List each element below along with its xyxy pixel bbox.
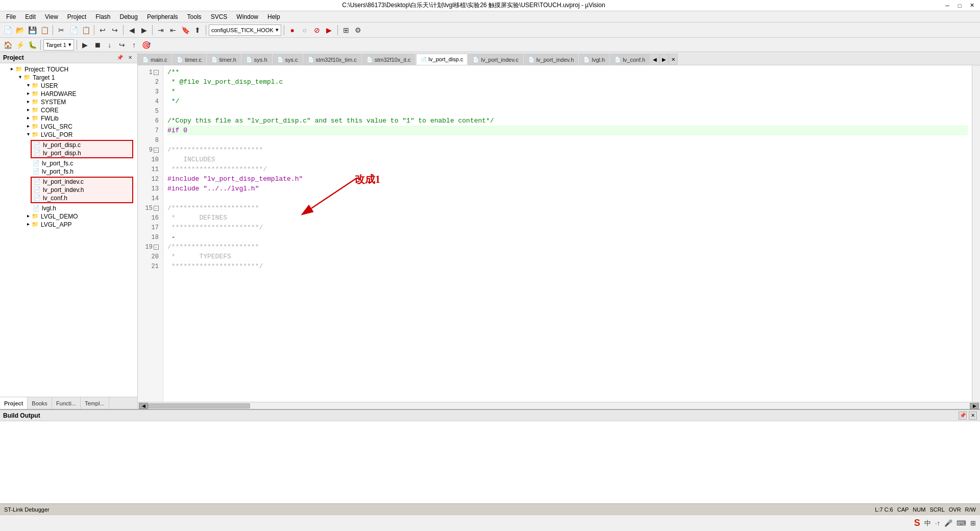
menu-item-svcs[interactable]: SVCS	[207, 12, 232, 21]
code-editor[interactable]: 1 - 2 3 4 5 6 7 8 9 - 10 11 12	[138, 65, 980, 402]
minimize-button[interactable]: ─	[943, 2, 951, 10]
sidebar-tab-books[interactable]: Books	[28, 397, 52, 409]
ime-keyboard-button[interactable]: ⌨	[957, 519, 966, 527]
tree-target1[interactable]: ▾ 📁 Target 1	[0, 74, 137, 82]
close-button[interactable]: ✕	[968, 2, 976, 10]
copy-button[interactable]: 📄	[68, 25, 79, 36]
new-file-button[interactable]: 📄	[2, 25, 13, 36]
runto-button[interactable]: 🎯	[141, 39, 152, 51]
menu-item-help[interactable]: Help	[263, 12, 284, 21]
menu-item-edit[interactable]: Edit	[21, 12, 40, 21]
tab-stm32-tim-c[interactable]: 📄 stm32f10x_tim.c	[303, 54, 361, 65]
tree-system-folder[interactable]: ▸ 📁 SYSTEM	[0, 98, 137, 106]
redo-button[interactable]: ↪	[109, 25, 120, 36]
ime-dot-button[interactable]: ·↑	[935, 519, 940, 527]
indent-button[interactable]: ⇥	[155, 25, 166, 36]
tree-lvgldemo-folder[interactable]: ▸ 📁 LVGL_DEMO	[0, 212, 137, 221]
hscroll[interactable]: ◀ ▶	[138, 402, 980, 409]
stop2-button[interactable]: ⏹	[92, 39, 103, 51]
tab-stm32-it-c[interactable]: 📄 stm32f10x_it.c	[362, 54, 415, 65]
menu-item-file[interactable]: File	[2, 12, 20, 21]
menu-item-window[interactable]: Window	[232, 12, 262, 21]
tab-timer-c[interactable]: 📄 timer.c	[172, 54, 206, 65]
ime-grid-button[interactable]: ⊞	[970, 519, 976, 527]
sidebar-close-button[interactable]: ✕	[126, 54, 134, 62]
hscroll-thumb[interactable]	[148, 403, 250, 408]
menu-item-flash[interactable]: Flash	[91, 12, 114, 21]
step-button[interactable]: ↓	[104, 39, 115, 51]
sidebar-tab-templ[interactable]: Templ...	[81, 397, 109, 409]
fold-9[interactable]: -	[154, 148, 159, 153]
save-all-button[interactable]: 📋	[39, 25, 50, 36]
outdent-button[interactable]: ⇤	[167, 25, 179, 36]
download-button[interactable]: ⊘	[311, 25, 323, 36]
tree-project-root[interactable]: ▸ 📁 Project: TOUCH	[0, 65, 137, 74]
sidebar-tab-functi[interactable]: Functi...	[52, 397, 81, 409]
tab-lv-port-disp-c[interactable]: 📄 lv_port_disp.c	[416, 54, 468, 65]
tree-user-folder[interactable]: ▾ 📁 USER	[0, 82, 137, 90]
editor-vscroll[interactable]	[972, 65, 980, 402]
menu-item-tools[interactable]: Tools	[183, 12, 206, 21]
code-content[interactable]: /** * @file lv_port_disp_templ.c * */	[163, 65, 972, 402]
settings-button[interactable]: ⚙	[353, 25, 364, 36]
flash-button[interactable]: ⚡	[14, 39, 26, 51]
save-button[interactable]: 💾	[27, 25, 38, 36]
tabs-close-all[interactable]: ✕	[669, 54, 678, 65]
stepover-button[interactable]: ↪	[116, 39, 128, 51]
nav-back-button[interactable]: ◀	[126, 25, 137, 36]
tree-lv-port-fs-c[interactable]: 📄 lv_port_fs.c	[0, 159, 137, 167]
tree-lv-port-indev-c[interactable]: 📄 lv_port_indev.c	[32, 178, 132, 186]
menu-item-project[interactable]: Project	[63, 12, 90, 21]
target-dropdown[interactable]: Target 1 ▾	[43, 39, 74, 51]
fold-1[interactable]: -	[154, 70, 159, 75]
tree-lvgl-h[interactable]: 📄 lvgl.h	[0, 204, 137, 212]
build-output-pin-btn[interactable]: 📌	[959, 412, 967, 420]
tab-lvgl-h[interactable]: 📄 lvgl.h	[579, 54, 609, 65]
open-file-button[interactable]: 📂	[14, 25, 26, 36]
nav-fwd-button[interactable]: ▶	[138, 25, 150, 36]
paste-button[interactable]: 📋	[80, 25, 91, 36]
ime-mic-button[interactable]: 🎤	[944, 519, 952, 527]
tree-fwlib-folder[interactable]: ▸ 📁 FWLib	[0, 114, 137, 123]
fold-19[interactable]: -	[154, 245, 159, 250]
run-button[interactable]: ▶	[324, 25, 335, 36]
menu-item-peripherals[interactable]: Peripherals	[143, 12, 182, 21]
tree-lv-port-disp-h[interactable]: 📄 lv_port_disp.h	[32, 149, 132, 157]
tab-lv-port-indev-c[interactable]: 📄 lv_port_indev.c	[468, 54, 523, 65]
tree-lv-conf-h[interactable]: 📄 lv_conf.h	[32, 194, 132, 202]
stop-button[interactable]: ○	[299, 25, 310, 36]
tree-core-folder[interactable]: ▸ 📁 CORE	[0, 106, 137, 114]
tree-lvglapp-folder[interactable]: ▸ 📁 LVGL_APP	[0, 221, 137, 229]
tree-lv-port-indev-h[interactable]: 📄 lv_port_indev.h	[32, 186, 132, 194]
tree-lvglsrc-folder[interactable]: ▸ 📁 LVGL_SRC	[0, 123, 137, 131]
stepout-button[interactable]: ↑	[129, 39, 140, 51]
build-output-close-btn[interactable]: ✕	[969, 412, 977, 420]
tabs-scroll-right[interactable]: ▶	[659, 54, 669, 65]
fold-15[interactable]: -	[154, 206, 159, 211]
config-dropdown[interactable]: configUSE_TICK_HOOK ▾	[209, 25, 281, 36]
prevbookmark-button[interactable]: ⬆	[192, 25, 203, 36]
undo-button[interactable]: ↩	[97, 25, 108, 36]
menu-item-debug[interactable]: Debug	[116, 12, 142, 21]
build-button[interactable]: ●	[287, 25, 298, 36]
tab-main-c[interactable]: 📄 main.c	[138, 54, 172, 65]
maximize-button[interactable]: □	[955, 2, 964, 10]
tree-lv-port-fs-h[interactable]: 📄 lv_port_fs.h	[0, 167, 137, 176]
tree-hardware-folder[interactable]: ▸ 📁 HARDWARE	[0, 90, 137, 98]
menu-item-view[interactable]: View	[41, 12, 62, 21]
cut-button[interactable]: ✂	[56, 25, 67, 36]
tree-lv-port-disp-c[interactable]: 📄 lv_port_disp.c	[32, 141, 132, 149]
sidebar-tab-project[interactable]: Project	[0, 397, 28, 409]
tabs-scroll-left[interactable]: ◀	[650, 54, 659, 65]
tab-sys-c[interactable]: 📄 sys.c	[273, 54, 303, 65]
run2-button[interactable]: ▶	[80, 39, 91, 51]
hscroll-right-btn[interactable]: ▶	[970, 403, 979, 409]
ime-zh-button[interactable]: 中	[924, 519, 931, 528]
bookmark-button[interactable]: 🔖	[180, 25, 191, 36]
tab-sys-h[interactable]: 📄 sys.h	[241, 54, 272, 65]
tree-lvglpor-folder[interactable]: ▾ 📁 LVGL_POR	[0, 131, 137, 139]
project-button[interactable]: 🏠	[2, 39, 13, 51]
window-button[interactable]: ⊞	[340, 25, 352, 36]
debug-button[interactable]: 🐛	[27, 39, 38, 51]
hscroll-left-btn[interactable]: ◀	[139, 403, 148, 409]
